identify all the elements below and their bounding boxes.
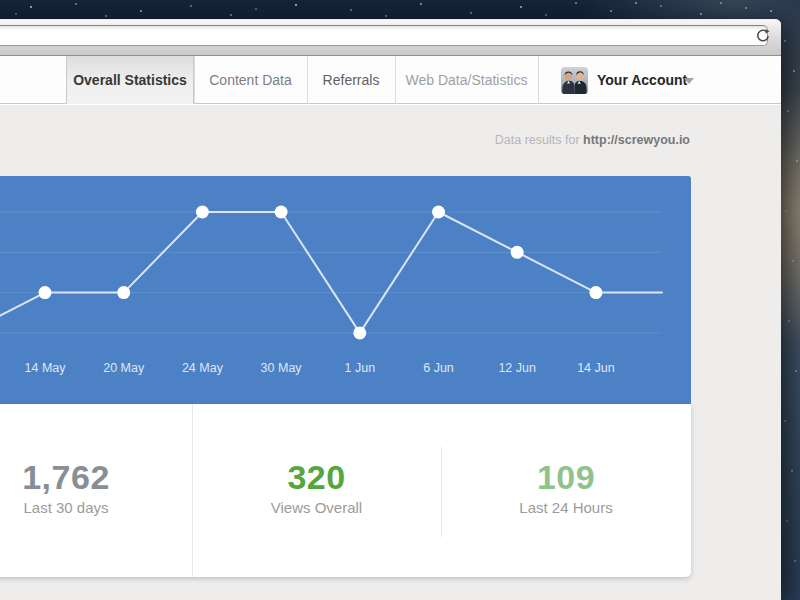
svg-text:14 May: 14 May: [25, 361, 67, 375]
stat-label: Last 24 Hours: [441, 499, 691, 516]
tab-content-data[interactable]: Content Data: [194, 56, 307, 104]
stars-decoration: [0, 0, 2, 2]
svg-text:12 Jun: 12 Jun: [498, 361, 536, 375]
avatar: [561, 67, 588, 94]
stat-label: Last 30 days: [0, 499, 192, 516]
tab-web-data-statistics[interactable]: Web Data/Statistics: [395, 56, 538, 104]
url-bar[interactable]: [0, 25, 768, 46]
svg-text:14 Jun: 14 Jun: [577, 361, 615, 375]
account-menu[interactable]: Your Account: [538, 56, 781, 104]
svg-text:6 Jun: 6 Jun: [423, 361, 454, 375]
svg-text:1 Jun: 1 Jun: [345, 361, 376, 375]
stat-last-30-days: 1,762 Last 30 days: [0, 404, 192, 577]
desktop-wallpaper: Overall Statistics Content Data Referral…: [0, 0, 800, 600]
reload-button[interactable]: [755, 28, 771, 44]
stat-last-24-hours: 109 Last 24 Hours: [441, 404, 691, 577]
tab-label: Web Data/Statistics: [406, 72, 528, 88]
tab-referrals[interactable]: Referrals: [307, 56, 395, 104]
main-navigation: Overall Statistics Content Data Referral…: [0, 56, 781, 104]
svg-text:30 May: 30 May: [261, 361, 303, 375]
browser-toolbar: [0, 19, 781, 56]
svg-text:24 May: 24 May: [182, 361, 224, 375]
chart-panel: 14 May20 May24 May30 May1 Jun6 Jun12 Jun…: [0, 176, 691, 404]
views-line-chart: 14 May20 May24 May30 May1 Jun6 Jun12 Jun…: [0, 176, 691, 404]
tab-label: Overall Statistics: [73, 72, 187, 88]
stat-views-overall: 320 Views Overall: [192, 404, 441, 577]
stat-value: 1,762: [0, 458, 192, 496]
account-label: Your Account: [597, 72, 687, 88]
tab-label: Referrals: [323, 72, 380, 88]
caret-down-icon: [684, 78, 694, 84]
tab-overall-statistics[interactable]: Overall Statistics: [66, 56, 194, 104]
stat-label: Views Overall: [192, 499, 441, 516]
results-prefix: Data results for: [495, 133, 583, 147]
data-results-caption: Data results for http://screwyou.io: [495, 133, 690, 147]
reload-icon: [755, 32, 771, 47]
page-body: Data results for http://screwyou.io 14 M…: [0, 105, 781, 600]
stat-value: 320: [192, 458, 441, 496]
results-url: http://screwyou.io: [583, 133, 690, 147]
stats-panel: 1,762 Last 30 days 320 Views Overall 109…: [0, 404, 691, 577]
svg-text:20 May: 20 May: [103, 361, 145, 375]
stat-value: 109: [441, 458, 691, 496]
tab-label: Content Data: [209, 72, 292, 88]
